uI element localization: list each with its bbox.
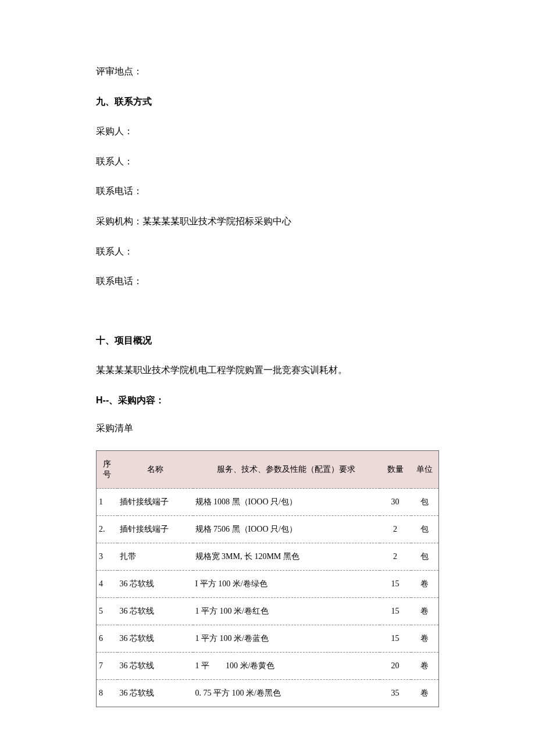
review-location-line: 评审地点：: [96, 64, 439, 79]
header-spec: 服务、技术、参数及性能（配置）要求: [193, 451, 380, 489]
cell-unit: 包: [411, 543, 439, 571]
contact-person-2-line: 联系人：: [96, 244, 439, 259]
cell-spec: 1 平方 100 米/卷蓝色: [193, 625, 380, 653]
overview-line: 某某某某职业技术学院机电工程学院购置一批竞赛实训耗材。: [96, 363, 439, 378]
phone-1-line: 联系电话：: [96, 184, 439, 199]
cell-qty: 15: [380, 571, 411, 598]
list-title-line: 采购清单: [96, 421, 439, 436]
cell-qty: 35: [380, 680, 411, 707]
heading-10-overview: 十、项目概况: [96, 333, 439, 348]
cell-name: 36 芯软线: [117, 680, 193, 707]
cell-spec: 1 平方 100 米/卷红色: [193, 598, 380, 625]
table-row: 4 36 芯软线 I 平方 100 米/卷绿色 15 卷: [97, 571, 439, 598]
heading-11-content: H--、采购内容：: [96, 393, 439, 408]
table-body: 1 插针接线端子 规格 1008 黑（IOOO 只/包） 30 包 2. 插针接…: [97, 489, 439, 707]
header-unit: 单位: [411, 451, 439, 489]
table-row: 8 36 芯软线 0. 75 平方 100 米/卷黑色 35 卷: [97, 680, 439, 707]
cell-qty: 20: [380, 653, 411, 680]
cell-unit: 卷: [411, 680, 439, 707]
cell-seq: 6: [97, 625, 117, 653]
cell-unit: 卷: [411, 598, 439, 625]
cell-seq: 3: [97, 543, 117, 571]
table-row: 6 36 芯软线 1 平方 100 米/卷蓝色 15 卷: [97, 625, 439, 653]
phone-2-line: 联系电话：: [96, 274, 439, 289]
cell-unit: 卷: [411, 653, 439, 680]
cell-name: 扎带: [117, 543, 193, 571]
cell-spec: I 平方 100 米/卷绿色: [193, 571, 380, 598]
cell-spec: 规格 7506 黑（IOOO 只/包）: [193, 516, 380, 543]
table-row: 3 扎带 规格宽 3MM, 长 120MM 黑色 2 包: [97, 543, 439, 571]
cell-seq: 2.: [97, 516, 117, 543]
cell-spec: 1 平 100 米/卷黄色: [193, 653, 380, 680]
cell-spec: 规格 1008 黑（IOOO 只/包）: [193, 489, 380, 516]
table-row: 2. 插针接线端子 规格 7506 黑（IOOO 只/包） 2 包: [97, 516, 439, 543]
contact-person-1-line: 联系人：: [96, 154, 439, 169]
cell-seq: 7: [97, 653, 117, 680]
cell-unit: 卷: [411, 625, 439, 653]
procurement-table: 序号 名称 服务、技术、参数及性能（配置）要求 数量 单位 1 插针接线端子 规…: [96, 450, 439, 707]
cell-seq: 4: [97, 571, 117, 598]
agency-line: 采购机构：某某某某职业技术学院招标采购中心: [96, 214, 439, 229]
cell-name: 插针接线端子: [117, 516, 193, 543]
table-row: 5 36 芯软线 1 平方 100 米/卷红色 15 卷: [97, 598, 439, 625]
table-row: 1 插针接线端子 规格 1008 黑（IOOO 只/包） 30 包: [97, 489, 439, 516]
heading-9-contact: 九、联系方式: [96, 94, 439, 109]
cell-qty: 2: [380, 516, 411, 543]
table-row: 7 36 芯软线 1 平 100 米/卷黄色 20 卷: [97, 653, 439, 680]
cell-qty: 15: [380, 598, 411, 625]
cell-qty: 15: [380, 625, 411, 653]
cell-unit: 卷: [411, 571, 439, 598]
cell-spec: 规格宽 3MM, 长 120MM 黑色: [193, 543, 380, 571]
buyer-line: 采购人：: [96, 124, 439, 139]
cell-name: 插针接线端子: [117, 489, 193, 516]
table-header-row: 序号 名称 服务、技术、参数及性能（配置）要求 数量 单位: [97, 451, 439, 489]
cell-name: 36 芯软线: [117, 571, 193, 598]
cell-qty: 30: [380, 489, 411, 516]
cell-name: 36 芯软线: [117, 625, 193, 653]
cell-seq: 8: [97, 680, 117, 707]
cell-unit: 包: [411, 489, 439, 516]
cell-unit: 包: [411, 516, 439, 543]
cell-name: 36 芯软线: [117, 598, 193, 625]
header-name: 名称: [117, 451, 193, 489]
cell-seq: 1: [97, 489, 117, 516]
spacer: [96, 304, 439, 333]
cell-seq: 5: [97, 598, 117, 625]
header-seq: 序号: [97, 451, 117, 489]
cell-name: 36 芯软线: [117, 653, 193, 680]
header-qty: 数量: [380, 451, 411, 489]
cell-spec: 0. 75 平方 100 米/卷黑色: [193, 680, 380, 707]
cell-qty: 2: [380, 543, 411, 571]
